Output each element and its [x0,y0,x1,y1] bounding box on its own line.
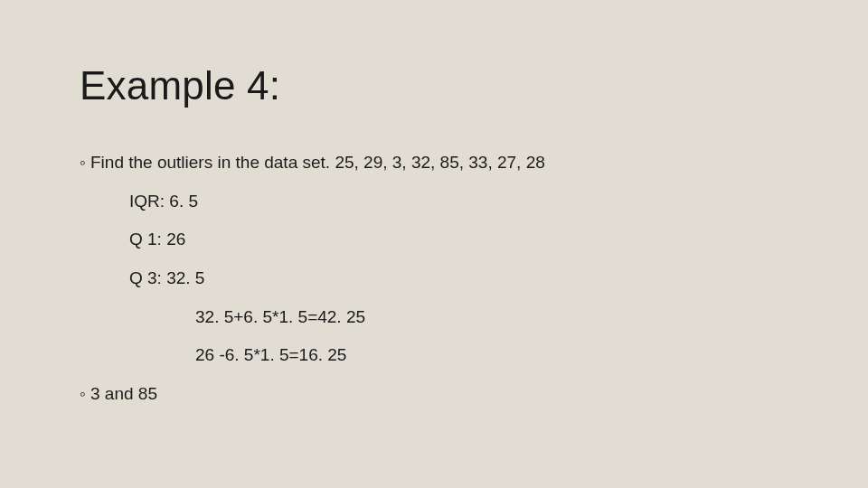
bullet-prompt: ◦ Find the outliers in the data set. 25,… [80,152,788,174]
slide-title: Example 4: [80,63,788,108]
iqr-line: IQR: 6. 5 [80,191,788,213]
slide: Example 4: ◦ Find the outliers in the da… [0,0,868,488]
q3-line: Q 3: 32. 5 [80,267,788,290]
q1-line: Q 1: 26 [80,229,788,251]
lower-fence-line: 26 -6. 5*1. 5=16. 25 [80,344,788,367]
upper-fence-line: 32. 5+6. 5*1. 5=42. 25 [80,306,788,329]
answer-line: ◦ 3 and 85 [80,383,788,406]
